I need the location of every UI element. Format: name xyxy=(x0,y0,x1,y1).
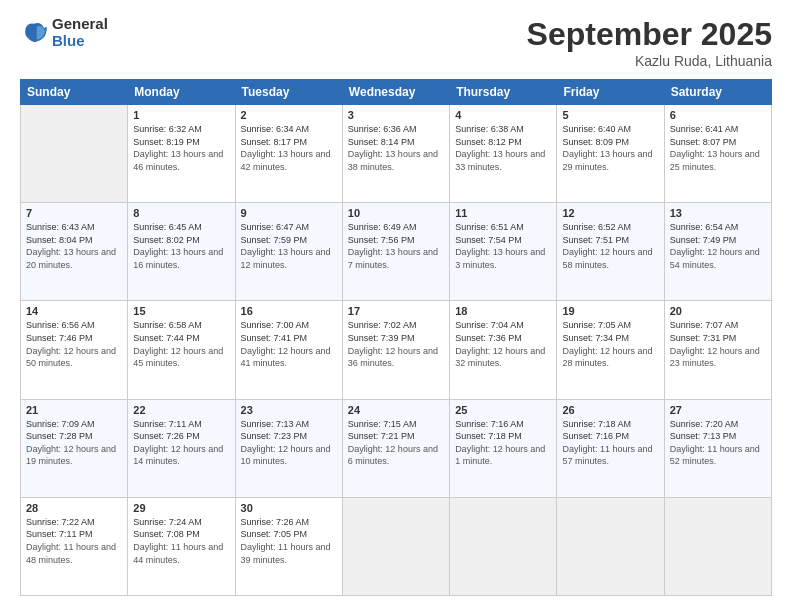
daylight-text: Daylight: 12 hours and 19 minutes. xyxy=(26,444,116,467)
sunrise-text: Sunrise: 7:04 AM xyxy=(455,320,524,330)
daylight-text: Daylight: 12 hours and 41 minutes. xyxy=(241,346,331,369)
daylight-text: Daylight: 13 hours and 29 minutes. xyxy=(562,149,652,172)
day-number: 14 xyxy=(26,305,122,317)
calendar-cell: 28 Sunrise: 7:22 AM Sunset: 7:11 PM Dayl… xyxy=(21,497,128,595)
sunset-text: Sunset: 8:04 PM xyxy=(26,235,93,245)
sunrise-text: Sunrise: 6:38 AM xyxy=(455,124,524,134)
sunset-text: Sunset: 7:13 PM xyxy=(670,431,737,441)
sunrise-text: Sunrise: 6:43 AM xyxy=(26,222,95,232)
daylight-text: Daylight: 11 hours and 44 minutes. xyxy=(133,542,223,565)
logo: General Blue xyxy=(20,16,108,49)
logo-text: General Blue xyxy=(52,16,108,49)
sunset-text: Sunset: 7:21 PM xyxy=(348,431,415,441)
daylight-text: Daylight: 12 hours and 32 minutes. xyxy=(455,346,545,369)
daylight-text: Daylight: 13 hours and 7 minutes. xyxy=(348,247,438,270)
daylight-text: Daylight: 11 hours and 57 minutes. xyxy=(562,444,652,467)
cell-info: Sunrise: 6:54 AM Sunset: 7:49 PM Dayligh… xyxy=(670,221,766,271)
logo-blue: Blue xyxy=(52,33,108,50)
week-row-4: 21 Sunrise: 7:09 AM Sunset: 7:28 PM Dayl… xyxy=(21,399,772,497)
col-header-thursday: Thursday xyxy=(450,80,557,105)
sunset-text: Sunset: 7:23 PM xyxy=(241,431,308,441)
sunset-text: Sunset: 7:34 PM xyxy=(562,333,629,343)
day-number: 24 xyxy=(348,404,444,416)
day-number: 17 xyxy=(348,305,444,317)
sunrise-text: Sunrise: 7:24 AM xyxy=(133,517,202,527)
cell-info: Sunrise: 7:20 AM Sunset: 7:13 PM Dayligh… xyxy=(670,418,766,468)
cell-info: Sunrise: 7:22 AM Sunset: 7:11 PM Dayligh… xyxy=(26,516,122,566)
sunset-text: Sunset: 8:12 PM xyxy=(455,137,522,147)
sunrise-text: Sunrise: 6:56 AM xyxy=(26,320,95,330)
calendar-cell: 1 Sunrise: 6:32 AM Sunset: 8:19 PM Dayli… xyxy=(128,105,235,203)
sunrise-text: Sunrise: 7:07 AM xyxy=(670,320,739,330)
sunset-text: Sunset: 8:19 PM xyxy=(133,137,200,147)
cell-info: Sunrise: 6:51 AM Sunset: 7:54 PM Dayligh… xyxy=(455,221,551,271)
cell-info: Sunrise: 7:26 AM Sunset: 7:05 PM Dayligh… xyxy=(241,516,337,566)
sunrise-text: Sunrise: 7:11 AM xyxy=(133,419,202,429)
calendar-cell: 7 Sunrise: 6:43 AM Sunset: 8:04 PM Dayli… xyxy=(21,203,128,301)
sunrise-text: Sunrise: 6:52 AM xyxy=(562,222,631,232)
calendar-cell: 19 Sunrise: 7:05 AM Sunset: 7:34 PM Dayl… xyxy=(557,301,664,399)
cell-info: Sunrise: 7:15 AM Sunset: 7:21 PM Dayligh… xyxy=(348,418,444,468)
sunrise-text: Sunrise: 6:32 AM xyxy=(133,124,202,134)
sunset-text: Sunset: 7:05 PM xyxy=(241,529,308,539)
day-number: 16 xyxy=(241,305,337,317)
cell-info: Sunrise: 6:43 AM Sunset: 8:04 PM Dayligh… xyxy=(26,221,122,271)
cell-info: Sunrise: 7:05 AM Sunset: 7:34 PM Dayligh… xyxy=(562,319,658,369)
cell-info: Sunrise: 6:47 AM Sunset: 7:59 PM Dayligh… xyxy=(241,221,337,271)
col-header-saturday: Saturday xyxy=(664,80,771,105)
calendar-cell: 21 Sunrise: 7:09 AM Sunset: 7:28 PM Dayl… xyxy=(21,399,128,497)
sunset-text: Sunset: 7:11 PM xyxy=(26,529,93,539)
sunrise-text: Sunrise: 7:18 AM xyxy=(562,419,631,429)
sunset-text: Sunset: 8:02 PM xyxy=(133,235,200,245)
day-number: 6 xyxy=(670,109,766,121)
cell-info: Sunrise: 6:36 AM Sunset: 8:14 PM Dayligh… xyxy=(348,123,444,173)
daylight-text: Daylight: 13 hours and 33 minutes. xyxy=(455,149,545,172)
day-number: 3 xyxy=(348,109,444,121)
week-row-5: 28 Sunrise: 7:22 AM Sunset: 7:11 PM Dayl… xyxy=(21,497,772,595)
calendar-table: SundayMondayTuesdayWednesdayThursdayFrid… xyxy=(20,79,772,596)
daylight-text: Daylight: 13 hours and 20 minutes. xyxy=(26,247,116,270)
day-number: 9 xyxy=(241,207,337,219)
calendar-cell: 24 Sunrise: 7:15 AM Sunset: 7:21 PM Dayl… xyxy=(342,399,449,497)
cell-info: Sunrise: 6:38 AM Sunset: 8:12 PM Dayligh… xyxy=(455,123,551,173)
sunset-text: Sunset: 7:49 PM xyxy=(670,235,737,245)
calendar-cell: 10 Sunrise: 6:49 AM Sunset: 7:56 PM Dayl… xyxy=(342,203,449,301)
cell-info: Sunrise: 7:02 AM Sunset: 7:39 PM Dayligh… xyxy=(348,319,444,369)
calendar-cell: 16 Sunrise: 7:00 AM Sunset: 7:41 PM Dayl… xyxy=(235,301,342,399)
sunrise-text: Sunrise: 7:26 AM xyxy=(241,517,310,527)
daylight-text: Daylight: 12 hours and 6 minutes. xyxy=(348,444,438,467)
sunset-text: Sunset: 7:31 PM xyxy=(670,333,737,343)
sunrise-text: Sunrise: 7:15 AM xyxy=(348,419,417,429)
sunrise-text: Sunrise: 6:40 AM xyxy=(562,124,631,134)
day-number: 8 xyxy=(133,207,229,219)
sunrise-text: Sunrise: 6:47 AM xyxy=(241,222,310,232)
col-header-monday: Monday xyxy=(128,80,235,105)
daylight-text: Daylight: 12 hours and 1 minute. xyxy=(455,444,545,467)
col-header-wednesday: Wednesday xyxy=(342,80,449,105)
day-number: 26 xyxy=(562,404,658,416)
sunrise-text: Sunrise: 7:22 AM xyxy=(26,517,95,527)
day-number: 12 xyxy=(562,207,658,219)
calendar-cell: 12 Sunrise: 6:52 AM Sunset: 7:51 PM Dayl… xyxy=(557,203,664,301)
daylight-text: Daylight: 12 hours and 50 minutes. xyxy=(26,346,116,369)
daylight-text: Daylight: 12 hours and 54 minutes. xyxy=(670,247,760,270)
calendar-cell: 13 Sunrise: 6:54 AM Sunset: 7:49 PM Dayl… xyxy=(664,203,771,301)
day-number: 19 xyxy=(562,305,658,317)
col-header-friday: Friday xyxy=(557,80,664,105)
sunrise-text: Sunrise: 7:05 AM xyxy=(562,320,631,330)
daylight-text: Daylight: 11 hours and 39 minutes. xyxy=(241,542,331,565)
calendar-cell xyxy=(342,497,449,595)
calendar-cell: 27 Sunrise: 7:20 AM Sunset: 7:13 PM Dayl… xyxy=(664,399,771,497)
sunrise-text: Sunrise: 7:02 AM xyxy=(348,320,417,330)
calendar-cell: 3 Sunrise: 6:36 AM Sunset: 8:14 PM Dayli… xyxy=(342,105,449,203)
cell-info: Sunrise: 6:58 AM Sunset: 7:44 PM Dayligh… xyxy=(133,319,229,369)
day-number: 22 xyxy=(133,404,229,416)
calendar-cell xyxy=(557,497,664,595)
sunrise-text: Sunrise: 6:45 AM xyxy=(133,222,202,232)
day-number: 15 xyxy=(133,305,229,317)
header: General Blue September 2025 Kazlu Ruda, … xyxy=(20,16,772,69)
sunset-text: Sunset: 7:41 PM xyxy=(241,333,308,343)
day-number: 2 xyxy=(241,109,337,121)
sunset-text: Sunset: 7:39 PM xyxy=(348,333,415,343)
logo-icon xyxy=(20,19,48,47)
